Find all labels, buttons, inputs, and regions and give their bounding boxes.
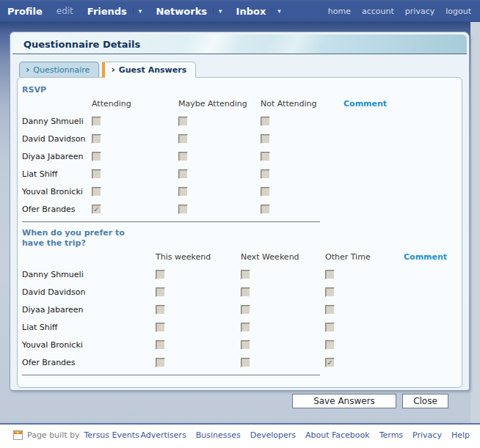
questionnaire-details-dialog: Questionnaire Details ›Questionnaire›Gue… <box>10 32 470 391</box>
question-section-when-do-you-prefer-t: When do you prefer to have the trip?This… <box>18 228 462 375</box>
section-divider <box>22 375 320 375</box>
checkbox-unchecked[interactable] <box>156 270 165 279</box>
checkbox-unchecked[interactable] <box>92 134 101 144</box>
checkbox-unchecked[interactable] <box>241 358 250 367</box>
answer-cell <box>261 112 343 130</box>
column-header-other-time: Other Time <box>325 250 404 265</box>
checkbox-unchecked[interactable] <box>92 152 101 161</box>
checkbox-unchecked[interactable] <box>261 187 270 197</box>
nav-link-home[interactable]: home <box>328 7 351 16</box>
page-right-margin <box>470 22 480 423</box>
answer-cell <box>156 265 241 283</box>
answer-cell <box>241 265 325 283</box>
checkbox-unchecked[interactable] <box>241 305 250 315</box>
dialog-action-buttons: Save AnswersClose <box>292 394 448 408</box>
tab-label: Guest Answers <box>119 65 186 75</box>
nav-item-friends[interactable]: Friends▾ <box>87 6 142 17</box>
footer-link-developers[interactable]: Developers <box>250 430 296 440</box>
checkbox-unchecked[interactable] <box>325 340 335 350</box>
checkbox-unchecked[interactable] <box>325 305 335 315</box>
comment-cell <box>343 130 402 147</box>
checkbox-unchecked[interactable] <box>325 287 335 297</box>
checkbox-unchecked[interactable] <box>178 169 188 179</box>
checkbox-unchecked[interactable] <box>178 152 188 161</box>
grid-corner <box>22 97 92 112</box>
checkbox-unchecked[interactable] <box>325 323 335 332</box>
checkbox-unchecked[interactable] <box>156 358 165 367</box>
checkbox-checked[interactable]: ✓ <box>325 358 335 367</box>
checkbox-unchecked[interactable] <box>261 169 270 179</box>
guest-answers-panel: RSVPAttendingMaybe AttendingNot Attendin… <box>17 77 462 388</box>
top-navbar: ProfileeditFriends▾Networks▾Inbox▾ homea… <box>0 0 480 22</box>
comment-column-link[interactable]: Comment <box>343 97 402 112</box>
nav-link-account[interactable]: account <box>362 7 394 16</box>
tab-label: Questionnaire <box>33 65 90 75</box>
comment-cell <box>343 183 402 200</box>
footer-link-privacy[interactable]: Privacy <box>412 430 442 440</box>
footer-links: AdvertisersBusinessesDevelopersAbout Fac… <box>140 430 470 440</box>
footer-link-help[interactable]: Help <box>451 430 470 440</box>
section-divider <box>22 221 320 222</box>
answers-grid: This weekendNext WeekendOther TimeCommen… <box>22 250 462 371</box>
footer-link-advertisers[interactable]: Advertisers <box>140 430 186 440</box>
checkbox-unchecked[interactable] <box>178 117 188 126</box>
checkbox-unchecked[interactable] <box>241 270 250 279</box>
nav-item-label: Friends <box>87 6 127 17</box>
comment-cell <box>404 265 462 283</box>
checkbox-unchecked[interactable] <box>261 134 270 144</box>
checkbox-unchecked[interactable] <box>241 287 250 297</box>
nav-item-networks[interactable]: Networks▾ <box>156 6 222 17</box>
question-title: When do you prefer to have the trip? <box>22 228 136 249</box>
close-button[interactable]: Close <box>402 394 448 408</box>
page-footer: Page built by Tersus Events AdvertisersB… <box>0 423 480 448</box>
answer-cell <box>156 336 241 353</box>
nav-item-edit[interactable]: edit <box>57 6 73 16</box>
answers-grid: AttendingMaybe AttendingNot AttendingCom… <box>22 97 462 218</box>
dropdown-arrow-icon: ▾ <box>272 8 281 15</box>
comment-cell <box>404 336 462 353</box>
checkbox-unchecked[interactable] <box>92 187 101 197</box>
footer-link-terms[interactable]: Terms <box>379 430 403 440</box>
comment-cell <box>343 112 402 130</box>
nav-item-inbox[interactable]: Inbox▾ <box>236 6 281 17</box>
tab-bar: ›Questionnaire›Guest Answers <box>19 62 467 77</box>
checkbox-unchecked[interactable] <box>156 305 165 315</box>
footer-link-businesses[interactable]: Businesses <box>196 430 241 440</box>
checkbox-unchecked[interactable] <box>156 340 165 350</box>
checkbox-checked[interactable]: ✓ <box>92 205 101 214</box>
tab-chevron-icon: › <box>26 65 29 74</box>
answer-cell <box>178 165 261 183</box>
tersus-events-link[interactable]: Tersus Events <box>84 430 139 440</box>
checkbox-unchecked[interactable] <box>325 270 335 279</box>
checkbox-unchecked[interactable] <box>156 287 165 297</box>
checkbox-unchecked[interactable] <box>261 152 270 161</box>
question-title: RSVP <box>22 85 462 95</box>
checkbox-unchecked[interactable] <box>92 117 101 126</box>
question-section-rsvp: RSVPAttendingMaybe AttendingNot Attendin… <box>18 85 462 222</box>
nav-item-profile[interactable]: Profile <box>7 6 43 17</box>
checkbox-unchecked[interactable] <box>261 205 270 214</box>
comment-cell <box>404 318 462 336</box>
answer-cell <box>261 200 343 218</box>
dialog-title: Questionnaire Details <box>23 39 140 50</box>
comment-column-link[interactable]: Comment <box>404 250 462 265</box>
checkbox-unchecked[interactable] <box>241 340 250 350</box>
checkbox-unchecked[interactable] <box>178 187 188 197</box>
checkbox-unchecked[interactable] <box>156 323 165 332</box>
answer-cell <box>178 112 261 130</box>
save-answers-button[interactable]: Save Answers <box>292 394 396 408</box>
checkbox-unchecked[interactable] <box>241 323 250 332</box>
footer-link-about-facebook[interactable]: About Facebook <box>305 430 370 440</box>
tab-chevron-icon: › <box>111 65 114 74</box>
tab-questionnaire[interactable]: ›Questionnaire <box>19 62 99 77</box>
answer-cell <box>92 183 178 200</box>
checkbox-unchecked[interactable] <box>261 117 270 126</box>
nav-link-logout[interactable]: logout <box>446 7 471 16</box>
guest-name: Diyaa Jabareen <box>22 301 156 318</box>
checkbox-unchecked[interactable] <box>178 134 188 144</box>
checkbox-unchecked[interactable] <box>92 169 101 179</box>
tab-guest-answers[interactable]: ›Guest Answers <box>102 62 196 78</box>
navbar-right: homeaccountprivacylogout <box>328 7 471 16</box>
nav-link-privacy[interactable]: privacy <box>405 7 434 16</box>
checkbox-unchecked[interactable] <box>178 205 188 214</box>
